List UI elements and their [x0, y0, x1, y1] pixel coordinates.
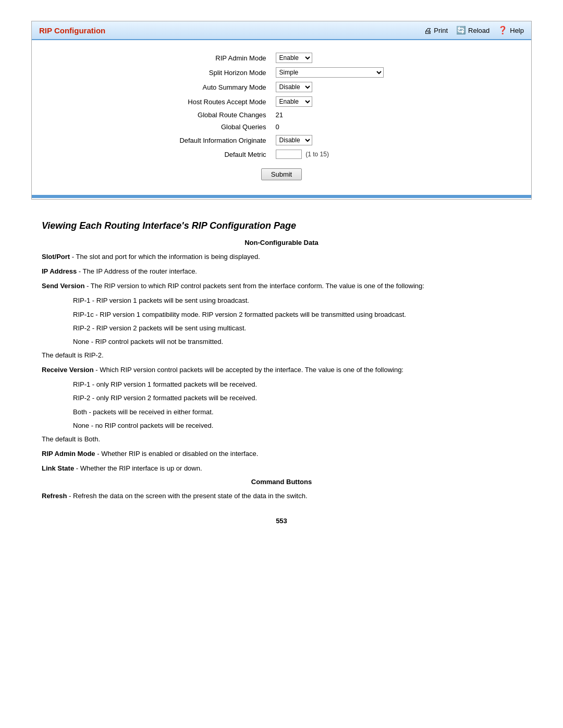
- rip1-item: RIP-1 - RIP version 1 packets will be se…: [73, 295, 521, 306]
- refresh-description: Refresh - Refresh the data on the screen…: [42, 491, 521, 501]
- global-queries-value: 0: [276, 123, 279, 131]
- link-state-text: Whether the RIP interface is up or down.: [80, 464, 202, 472]
- rip-admin-mode-select[interactable]: Enable Disable: [276, 53, 312, 63]
- panel-body: RIP Admin Mode Enable Disable Split Hori…: [32, 40, 531, 195]
- ip-address-text: The IP Address of the router interface.: [83, 267, 197, 275]
- slot-port-text: The slot and port for which the informat…: [76, 253, 260, 261]
- slot-port-separator: -: [72, 253, 76, 261]
- default-rip2-text: The default is RIP-2.: [42, 350, 521, 361]
- send-version-text: The RIP version to which RIP control pac…: [91, 282, 424, 290]
- panel-title: RIP Configuration: [39, 26, 105, 35]
- help-button[interactable]: ❓ Help: [498, 26, 524, 35]
- field-value-global-queries: 0: [273, 121, 387, 133]
- rip-admin-mode-description: RIP Admin Mode - Whether RIP is enabled …: [42, 449, 521, 459]
- link-state-separator: -: [76, 464, 80, 472]
- print-button[interactable]: 🖨 Print: [424, 26, 448, 35]
- rip1c-text: - RIP version 1 compatibility mode. RIP …: [95, 311, 406, 318]
- receive-version-description: Receive Version - Which RIP version cont…: [42, 365, 521, 375]
- ip-address-description: IP Address - The IP Address of the route…: [42, 266, 521, 277]
- rip1-term: RIP-1: [73, 297, 90, 304]
- send-version-separator: -: [87, 282, 91, 290]
- default-info-select[interactable]: Enable Disable: [276, 135, 312, 145]
- non-configurable-heading: Non-Configurable Data: [42, 239, 521, 246]
- recv-rip1-item: RIP-1 - only RIP version 1 formatted pac…: [73, 379, 521, 390]
- print-icon: 🖨: [424, 26, 432, 35]
- field-value-default-info: Enable Disable: [273, 133, 387, 147]
- page-number: 553: [42, 517, 521, 525]
- recv-none-text: - no RIP control packets will be receive…: [91, 422, 214, 429]
- main-content: Viewing Each Routing Interface's RIP Con…: [31, 220, 532, 525]
- field-label-global-route-changes: Global Route Changes: [176, 109, 272, 121]
- recv-rip2-text: - only RIP version 2 formatted packets w…: [92, 394, 257, 402]
- split-horizon-select[interactable]: Simple None Split Horizon Split Horizon …: [276, 67, 384, 78]
- field-value-default-metric: (1 to 15): [273, 147, 387, 161]
- link-state-description: Link State - Whether the RIP interface i…: [42, 463, 521, 474]
- field-value-split-horizon: Simple None Split Horizon Split Horizon …: [273, 65, 387, 80]
- field-label-split-horizon: Split Horizon Mode: [176, 65, 272, 80]
- recv-rip1-text: - only RIP version 1 formatted packets w…: [92, 380, 257, 388]
- rip-config-panel: RIP Configuration 🖨 Print 🔄 Reload ❓ Hel…: [31, 21, 532, 200]
- rip2-item: RIP-2 - RIP version 2 packets will be se…: [73, 323, 521, 334]
- reload-label: Reload: [468, 27, 489, 34]
- default-metric-input[interactable]: [276, 150, 302, 159]
- command-buttons-heading: Command Buttons: [42, 478, 521, 486]
- send-version-term: Send Version: [42, 282, 84, 290]
- table-row: Host Routes Accept Mode Enable Disable: [176, 94, 386, 109]
- rip-admin-mode-separator: -: [97, 450, 101, 458]
- config-form-table: RIP Admin Mode Enable Disable Split Hori…: [176, 51, 386, 161]
- table-row: Global Route Changes 21: [176, 109, 386, 121]
- refresh-text: Refresh the data on the screen with the …: [73, 492, 308, 500]
- rip2-term: RIP-2: [73, 324, 90, 332]
- field-label-default-metric: Default Metric: [176, 147, 272, 161]
- field-value-auto-summary: Enable Disable: [273, 80, 387, 94]
- field-label-global-queries: Global Queries: [176, 121, 272, 133]
- global-route-changes-value: 21: [276, 111, 283, 119]
- host-routes-select[interactable]: Enable Disable: [276, 96, 312, 107]
- receive-version-text: Which RIP version control packets will b…: [100, 366, 403, 374]
- field-label-host-routes: Host Routes Accept Mode: [176, 94, 272, 109]
- rip1-text: - RIP version 1 packets will be sent usi…: [92, 297, 249, 304]
- refresh-separator: -: [69, 492, 73, 500]
- field-value-host-routes: Enable Disable: [273, 94, 387, 109]
- none-send-text: - RIP control packets will not be transm…: [91, 338, 223, 346]
- auto-summary-select[interactable]: Enable Disable: [276, 82, 312, 92]
- recv-both-item: Both - packets will be received in eithe…: [73, 407, 521, 417]
- none-send-term: None: [73, 338, 89, 346]
- receive-version-term: Receive Version: [42, 366, 94, 374]
- section-heading: Viewing Each Routing Interface's RIP Con…: [42, 220, 521, 231]
- rip2-text: - RIP version 2 packets will be sent usi…: [92, 324, 246, 332]
- ip-address-separator: -: [79, 267, 83, 275]
- field-label-rip-admin-mode: RIP Admin Mode: [176, 51, 272, 65]
- print-label: Print: [434, 27, 448, 34]
- help-icon: ❓: [498, 26, 508, 35]
- send-version-description: Send Version - The RIP version to which …: [42, 281, 521, 291]
- reload-button[interactable]: 🔄 Reload: [456, 26, 489, 35]
- panel-header: RIP Configuration 🖨 Print 🔄 Reload ❓ Hel…: [32, 21, 531, 40]
- recv-rip2-item: RIP-2 - only RIP version 2 formatted pac…: [73, 393, 521, 403]
- help-label: Help: [510, 27, 524, 34]
- default-metric-hint: (1 to 15): [305, 151, 329, 158]
- slot-port-term: Slot/Port: [42, 253, 70, 261]
- link-state-term: Link State: [42, 464, 74, 472]
- none-send-item: None - RIP control packets will not be t…: [73, 337, 521, 347]
- recv-none-item: None - no RIP control packets will be re…: [73, 421, 521, 431]
- slot-port-description: Slot/Port - The slot and port for which …: [42, 252, 521, 262]
- default-both-text: The default is Both.: [42, 434, 521, 445]
- table-row: Global Queries 0: [176, 121, 386, 133]
- table-row: Split Horizon Mode Simple None Split Hor…: [176, 65, 386, 80]
- submit-row: Submit: [47, 161, 516, 184]
- table-row: RIP Admin Mode Enable Disable: [176, 51, 386, 65]
- recv-both-term: Both: [73, 408, 87, 416]
- ip-address-term: IP Address: [42, 267, 77, 275]
- submit-button[interactable]: Submit: [261, 168, 302, 180]
- refresh-term: Refresh: [42, 492, 67, 500]
- field-label-auto-summary: Auto Summary Mode: [176, 80, 272, 94]
- rip-admin-mode-text: Whether RIP is enabled or disabled on th…: [101, 450, 258, 458]
- recv-both-text: - packets will be received in either for…: [89, 408, 213, 416]
- table-row: Default Information Originate Enable Dis…: [176, 133, 386, 147]
- table-row: Auto Summary Mode Enable Disable: [176, 80, 386, 94]
- rip-admin-mode-term: RIP Admin Mode: [42, 450, 95, 458]
- recv-rip2-term: RIP-2: [73, 394, 90, 402]
- field-label-default-info: Default Information Originate: [176, 133, 272, 147]
- rip1c-item: RIP-1c - RIP version 1 compatibility mod…: [73, 310, 521, 320]
